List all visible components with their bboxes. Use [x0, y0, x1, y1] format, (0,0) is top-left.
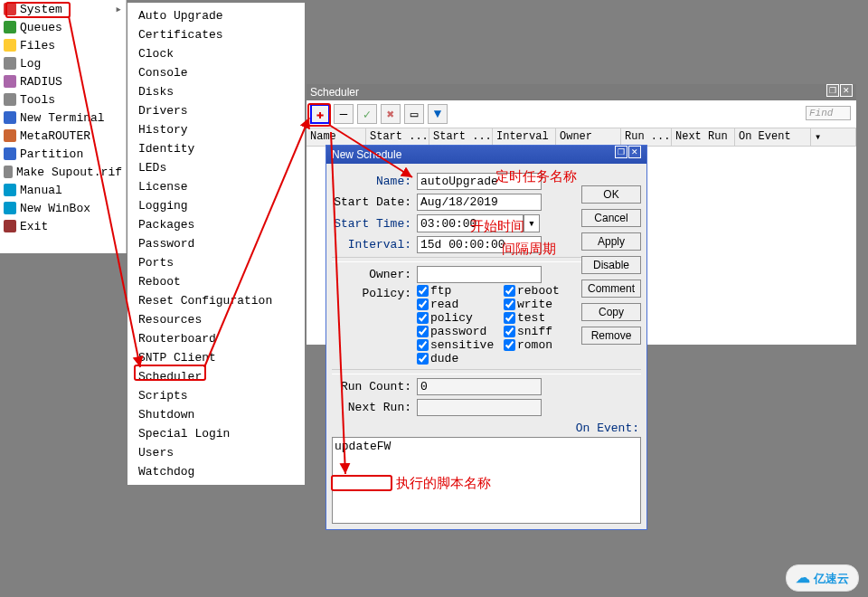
policy-romon[interactable]: romon	[504, 338, 590, 352]
ok-button[interactable]: OK	[581, 185, 641, 204]
remove-button[interactable]: —	[334, 104, 354, 124]
menu-label: Queues	[20, 21, 62, 34]
close-icon[interactable]: ✕	[840, 84, 853, 97]
submenu-item-users[interactable]: Users	[127, 443, 305, 462]
policy-test-checkbox[interactable]	[504, 312, 515, 324]
close-icon[interactable]: ✕	[628, 146, 641, 158]
column-header[interactable]: On Event	[735, 128, 811, 146]
start-date-input[interactable]	[417, 194, 542, 211]
submenu-item-routerboard[interactable]: Routerboard	[127, 329, 305, 348]
start-time-dropdown[interactable]: ▾	[524, 214, 540, 232]
enable-button[interactable]: ✓	[357, 104, 377, 124]
apply-button[interactable]: Apply	[581, 232, 641, 251]
menu-item-manual[interactable]: Manual	[0, 181, 126, 199]
system-submenu: Auto UpgradeCertificatesClockConsoleDisk…	[127, 2, 306, 486]
menu-item-tools[interactable]: Tools	[0, 90, 126, 109]
menu-item-new-terminal[interactable]: New Terminal	[0, 109, 126, 127]
policy-ftp-checkbox[interactable]	[417, 285, 429, 297]
doc-icon	[4, 57, 16, 70]
column-header[interactable]: Name	[307, 128, 366, 146]
restore-icon[interactable]: ❐	[826, 84, 839, 97]
pie-icon	[4, 147, 16, 160]
menu-item-new-winbox[interactable]: New WinBox	[0, 199, 126, 217]
submenu-item-resources[interactable]: Resources	[127, 310, 305, 329]
policy-password[interactable]: password	[417, 325, 504, 338]
policy-dude[interactable]: dude	[417, 352, 504, 365]
disable-dialog-button[interactable]: Disable	[581, 256, 641, 274]
owner-input[interactable]	[417, 266, 542, 283]
highlight-add-btn	[307, 103, 331, 127]
submenu-item-reboot[interactable]: Reboot	[127, 272, 305, 291]
policy-sensitive[interactable]: sensitive	[417, 338, 504, 352]
cancel-button[interactable]: Cancel	[581, 209, 641, 227]
column-header[interactable]: Interval	[493, 128, 556, 146]
menu-item-files[interactable]: Files	[0, 36, 126, 54]
policy-ftp[interactable]: ftp	[417, 284, 504, 298]
policy-reboot-checkbox[interactable]	[504, 285, 515, 297]
disable-button[interactable]: ✖	[381, 104, 401, 124]
submenu-item-console[interactable]: Console	[127, 63, 305, 82]
policy-sniff[interactable]: sniff	[504, 325, 590, 338]
column-header[interactable]: Start ...	[429, 128, 493, 146]
submenu-item-logging[interactable]: Logging	[127, 196, 305, 215]
menu-item-radius[interactable]: RADIUS	[0, 72, 126, 90]
policy-ftp-label: ftp	[430, 284, 451, 298]
policy-read-checkbox[interactable]	[417, 298, 429, 310]
policy-write[interactable]: write	[504, 298, 590, 311]
policy-write-label: write	[517, 298, 552, 311]
menu-item-metarouter[interactable]: MetaROUTER	[0, 127, 126, 145]
policy-read[interactable]: read	[417, 298, 504, 311]
menu-label: MetaROUTER	[20, 129, 90, 143]
submenu-item-auto-upgrade[interactable]: Auto Upgrade	[127, 6, 305, 25]
submenu-item-special-login[interactable]: Special Login	[127, 424, 305, 443]
filter-button[interactable]: ▼	[428, 104, 448, 124]
find-input[interactable]: Find	[806, 106, 851, 120]
submenu-item-drivers[interactable]: Drivers	[127, 101, 305, 120]
policy-password-checkbox[interactable]	[417, 326, 429, 337]
supout-icon	[4, 166, 13, 178]
submenu-item-disks[interactable]: Disks	[127, 82, 305, 101]
menu-item-make-supout-rif[interactable]: Make Supout.rif	[0, 163, 126, 181]
submenu-item-scripts[interactable]: Scripts	[127, 386, 305, 405]
column-expand[interactable]: ▾	[811, 128, 856, 146]
policy-read-label: read	[430, 298, 458, 311]
restore-icon[interactable]: ❐	[615, 146, 627, 158]
policy-reboot-label: reboot	[517, 284, 560, 298]
policy-write-checkbox[interactable]	[504, 298, 515, 310]
menu-item-partition[interactable]: Partition	[0, 145, 126, 163]
submenu-item-clock[interactable]: Clock	[127, 44, 305, 63]
submenu-item-shutdown[interactable]: Shutdown	[127, 405, 305, 424]
submenu-item-identity[interactable]: Identity	[127, 139, 305, 158]
remove-dialog-button[interactable]: Remove	[581, 327, 641, 345]
column-header[interactable]: Next Run	[672, 128, 735, 146]
policy-policy-checkbox[interactable]	[417, 312, 429, 324]
submenu-item-watchdog[interactable]: Watchdog	[127, 462, 305, 481]
submenu-item-certificates[interactable]: Certificates	[127, 25, 305, 44]
policy-romon-checkbox[interactable]	[504, 339, 515, 351]
folder-icon	[4, 39, 16, 52]
policy-reboot[interactable]: reboot	[504, 284, 590, 298]
submenu-item-leds[interactable]: LEDs	[127, 158, 305, 177]
submenu-item-packages[interactable]: Packages	[127, 215, 305, 234]
submenu-item-license[interactable]: License	[127, 177, 305, 196]
policy-policy[interactable]: policy	[417, 311, 504, 325]
submenu-item-history[interactable]: History	[127, 120, 305, 139]
column-header[interactable]: Run ...	[621, 128, 672, 146]
policy-test[interactable]: test	[504, 311, 590, 325]
comment-button[interactable]: ▭	[404, 104, 424, 124]
policy-sensitive-checkbox[interactable]	[417, 339, 429, 351]
copy-button[interactable]: Copy	[581, 303, 641, 321]
comment-dialog-button[interactable]: Comment	[581, 280, 641, 298]
submenu-item-password[interactable]: Password	[127, 234, 305, 253]
submenu-item-reset-configuration[interactable]: Reset Configuration	[127, 291, 305, 310]
policy-dude-checkbox[interactable]	[417, 353, 429, 365]
column-header[interactable]: Start ...	[366, 128, 429, 146]
menu-item-exit[interactable]: Exit	[0, 217, 126, 235]
meta-icon	[4, 129, 16, 142]
submenu-item-ports[interactable]: Ports	[127, 253, 305, 272]
menu-item-queues[interactable]: Queues	[0, 18, 126, 36]
column-header[interactable]: Owner	[556, 128, 621, 146]
menu-label: New WinBox	[20, 202, 90, 215]
menu-item-log[interactable]: Log	[0, 54, 126, 72]
policy-sniff-checkbox[interactable]	[504, 326, 515, 337]
